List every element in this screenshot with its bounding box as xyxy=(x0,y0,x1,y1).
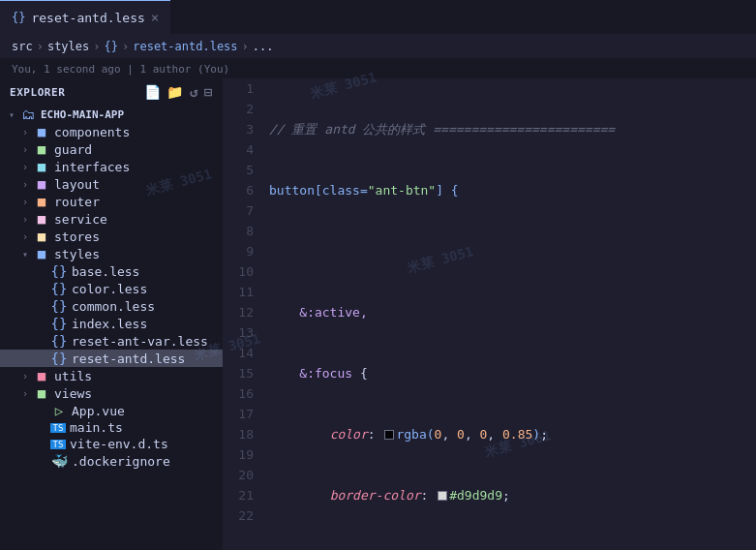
layout-arrow: › xyxy=(17,179,33,190)
folder-service-icon: ■ xyxy=(33,211,50,227)
sidebar-item-views[interactable]: › ■ views xyxy=(0,384,223,402)
breadcrumb-src[interactable]: src xyxy=(12,40,33,53)
file-vite-env-icon: TS xyxy=(50,440,66,449)
file-common-less-icon: {} xyxy=(50,298,68,314)
root-arrow: ▾ xyxy=(4,109,19,120)
new-folder-icon[interactable]: 📁 xyxy=(166,84,184,100)
code-line-5: &:focus { xyxy=(269,363,756,383)
sidebar-item-components[interactable]: › ■ components xyxy=(0,123,223,140)
collapse-icon[interactable]: ⊟ xyxy=(204,84,213,100)
sidebar: EXPLORER 📄 📁 ↺ ⊟ ▾ 🗂 ECHO-MAIN-APP › ■ c xyxy=(0,78,223,550)
breadcrumb-icon: {} xyxy=(105,40,118,53)
base-less-arrow: › xyxy=(35,266,50,277)
sidebar-item-utils[interactable]: › ■ utils xyxy=(0,367,223,384)
tab-bar: {} reset-antd.less × xyxy=(0,0,756,34)
stores-label: stores xyxy=(54,229,100,244)
sidebar-item-index-less[interactable]: › {} index.less xyxy=(0,315,223,332)
comment-text: // 重置 antd 公共的样式 =======================… xyxy=(269,119,615,139)
explorer-header: EXPLORER 📄 📁 ↺ ⊟ xyxy=(0,78,223,106)
file-reset-antd-icon: {} xyxy=(50,351,68,366)
sidebar-item-app-vue[interactable]: › ▷ App.vue xyxy=(0,402,223,419)
reset-ant-var-label: reset-ant-var.less xyxy=(72,334,208,349)
guard-label: guard xyxy=(54,142,92,157)
file-base-less-icon: {} xyxy=(50,263,68,279)
folder-components-icon: ■ xyxy=(33,124,50,139)
explorer-label: EXPLORER xyxy=(10,86,65,99)
sidebar-item-common-less[interactable]: › {} common.less xyxy=(0,297,223,315)
sidebar-item-main-ts[interactable]: › TS main.ts xyxy=(0,419,223,436)
sidebar-item-reset-ant-var[interactable]: › {} reset-ant-var.less xyxy=(0,332,223,350)
editor-content[interactable]: 1 2 3 4 5 6 7 8 9 10 11 12 13 14 15 16 1 xyxy=(223,78,756,550)
router-arrow: › xyxy=(17,197,33,207)
file-index-less-icon: {} xyxy=(50,316,68,331)
views-label: views xyxy=(54,386,92,401)
code-line-3 xyxy=(269,241,756,261)
code-line-2: button[class="ant-btn"] { xyxy=(269,180,756,200)
breadcrumb-file[interactable]: reset-antd.less xyxy=(133,40,237,53)
sidebar-item-layout[interactable]: › ■ layout xyxy=(0,175,223,193)
folder-layout-icon: ■ xyxy=(33,176,50,192)
service-arrow: › xyxy=(17,214,33,225)
components-arrow: › xyxy=(17,127,33,138)
utils-arrow: › xyxy=(17,371,33,382)
layout-label: layout xyxy=(54,177,100,192)
vite-env-label: vite-env.d.ts xyxy=(70,437,168,451)
editor: 1 2 3 4 5 6 7 8 9 10 11 12 13 14 15 16 1 xyxy=(223,78,756,550)
common-less-label: common.less xyxy=(72,299,155,314)
code-editor[interactable]: // 重置 antd 公共的样式 =======================… xyxy=(261,78,756,550)
dockerignore-label: .dockerignore xyxy=(72,454,170,469)
code-line-7: border-color: #d9d9d9; xyxy=(269,485,756,505)
breadcrumb: src › styles › {} › reset-antd.less › ..… xyxy=(0,34,756,59)
tab-reset-antd[interactable]: {} reset-antd.less × xyxy=(0,0,170,34)
router-label: router xyxy=(54,195,100,209)
stores-arrow: › xyxy=(17,231,33,242)
sidebar-item-service[interactable]: › ■ service xyxy=(0,210,223,228)
interfaces-arrow: › xyxy=(17,162,33,172)
file-reset-ant-var-icon: {} xyxy=(50,333,68,349)
folder-stores-icon: ■ xyxy=(33,229,50,244)
sidebar-item-styles[interactable]: ▾ ■ styles xyxy=(0,245,223,262)
styles-label: styles xyxy=(54,247,100,261)
main-ts-label: main.ts xyxy=(70,420,123,435)
breadcrumb-styles[interactable]: styles xyxy=(47,40,89,53)
color-swatch-rgba xyxy=(384,430,394,440)
new-file-icon[interactable]: 📄 xyxy=(144,84,162,100)
sidebar-item-dockerignore[interactable]: › 🐳 .dockerignore xyxy=(0,452,223,470)
explorer-actions: 📄 📁 ↺ ⊟ xyxy=(144,84,213,100)
file-docker-icon: 🐳 xyxy=(50,453,68,469)
sidebar-item-vite-env[interactable]: › TS vite-env.d.ts xyxy=(0,436,223,452)
file-color-less-icon: {} xyxy=(50,281,68,296)
folder-views-icon: ■ xyxy=(33,385,50,401)
git-blame-text: You, 1 second ago | 1 author (You) xyxy=(12,63,229,76)
line-numbers: 1 2 3 4 5 6 7 8 9 10 11 12 13 14 15 16 1 xyxy=(223,78,261,550)
sidebar-item-reset-antd[interactable]: › {} reset-antd.less xyxy=(0,350,223,367)
sidebar-item-base-less[interactable]: › {} base.less xyxy=(0,262,223,280)
code-line-8: } xyxy=(269,546,756,550)
views-arrow: › xyxy=(17,388,33,399)
base-less-label: base.less xyxy=(72,264,139,279)
code-line-4: &:active, xyxy=(269,302,756,322)
git-blame: You, 1 second ago | 1 author (You) xyxy=(0,59,756,78)
file-app-vue-icon: ▷ xyxy=(50,403,68,418)
color-swatch-d9d9d9 xyxy=(438,491,447,501)
file-main-ts-icon: TS xyxy=(50,423,66,433)
sidebar-item-color-less[interactable]: › {} color.less xyxy=(0,280,223,297)
code-line-1: // 重置 antd 公共的样式 =======================… xyxy=(269,119,756,139)
styles-arrow: ▾ xyxy=(17,249,33,260)
tab-label: reset-antd.less xyxy=(31,11,144,25)
reset-antd-label: reset-antd.less xyxy=(72,351,185,366)
index-less-label: index.less xyxy=(72,317,147,331)
sidebar-item-interfaces[interactable]: › ■ interfaces xyxy=(0,158,223,175)
folder-guard-icon: ■ xyxy=(33,141,50,157)
folder-router-icon: ■ xyxy=(33,194,50,209)
breadcrumb-ellipsis: ... xyxy=(253,40,274,53)
sidebar-item-router[interactable]: › ■ router xyxy=(0,193,223,210)
project-root[interactable]: ▾ 🗂 ECHO-MAIN-APP xyxy=(0,106,223,123)
close-tab-icon[interactable]: × xyxy=(151,10,159,25)
utils-label: utils xyxy=(54,369,92,383)
sidebar-item-guard[interactable]: › ■ guard xyxy=(0,140,223,158)
less-icon: {} xyxy=(12,11,25,24)
sidebar-item-stores[interactable]: › ■ stores xyxy=(0,228,223,245)
folder-styles-icon: ■ xyxy=(33,246,50,261)
refresh-icon[interactable]: ↺ xyxy=(190,84,198,100)
